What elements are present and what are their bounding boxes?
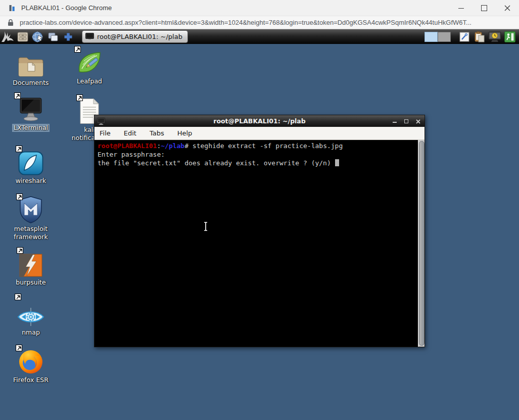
burpsuite-icon [19, 254, 42, 277]
icon-label: Documents [13, 79, 49, 87]
metasploit-icon [19, 196, 43, 223]
kali-menu-button[interactable] [0, 30, 15, 43]
close-button[interactable] [496, 0, 519, 16]
icon-label: Leafpad [77, 77, 102, 85]
minimize-icon [458, 8, 464, 9]
shortcut-badge-icon [16, 345, 22, 351]
maximize-button[interactable] [473, 0, 496, 16]
lxterminal-icon [17, 97, 45, 122]
terminal-icon [97, 118, 105, 125]
terminal-menubar: File Edit Tabs Help [95, 127, 424, 140]
address-bar[interactable]: practice-labs.com/device-advanced.aspx?c… [20, 19, 471, 26]
kali-logo-icon [1, 31, 14, 43]
leafpad-icon [77, 51, 102, 76]
icon-label: nmap [22, 329, 40, 337]
icon-label: metasploit framework [10, 225, 52, 241]
terminal-maximize-button[interactable] [404, 119, 408, 123]
menu-tabs[interactable]: Tabs [150, 129, 164, 137]
show-desktop-button[interactable] [45, 30, 61, 43]
terminal-line-1: root@PLABKALI01:~/plab# steghide extract… [98, 142, 421, 150]
close-icon [416, 119, 420, 124]
terminal-cursor [335, 159, 339, 166]
taskbar-window-button[interactable]: root@PLABKALI01: ~/plab [82, 30, 188, 43]
terminal-content[interactable]: root@PLABKALI01:~/plab# steghide extract… [95, 140, 424, 347]
window-title: PLABKALI01 - Google Chrome [21, 4, 112, 12]
firefox-icon [18, 349, 43, 375]
prompt-user: root@PLABKALI01 [98, 142, 157, 150]
close-icon [504, 5, 510, 11]
folder-icon [18, 55, 44, 77]
workspace-2[interactable] [438, 32, 451, 42]
magnifier-pen-icon [459, 32, 469, 42]
windows-overlap-icon [47, 31, 59, 42]
shortcut-badge-icon [16, 194, 23, 200]
file-cabinet-icon [17, 32, 28, 42]
wireshark-icon [18, 151, 43, 175]
workspace-pager [424, 32, 451, 42]
terminal-minimize-button[interactable] [393, 119, 397, 123]
lock-icon[interactable] [8, 19, 14, 26]
logout-icon [504, 31, 515, 42]
screenshot-tool-button[interactable] [458, 30, 471, 43]
monitor-clock-icon [488, 31, 501, 42]
lxde-taskbar: root@PLABKALI01: ~/plab [0, 29, 519, 44]
file-manager-button[interactable] [15, 30, 30, 43]
terminal-line-2: Enter passphrase: [98, 150, 421, 159]
clipboard-button[interactable] [473, 30, 486, 43]
desktop-icon-firefox[interactable]: Firefox ESR [10, 347, 52, 384]
terminal-close-button[interactable] [416, 116, 420, 126]
command-text: # steghide extract -sf practice-labs.jpg [184, 142, 343, 150]
new-workspace-button[interactable] [61, 30, 76, 43]
desktop-icon-wireshark[interactable]: wireshark [10, 148, 52, 185]
taskbar-window-label: root@PLABKALI01: ~/plab [97, 33, 182, 40]
globe-icon [32, 31, 44, 43]
web-browser-button[interactable] [30, 30, 45, 43]
scrollbar-thumb[interactable] [419, 141, 424, 346]
chrome-window: PLABKALI01 - Google Chrome practice-labs… [0, 0, 519, 420]
session-time-button[interactable] [488, 30, 501, 43]
minimize-button[interactable] [449, 0, 473, 16]
menu-help[interactable]: Help [177, 129, 193, 137]
minimize-icon [393, 122, 397, 123]
mouse-ibeam-cursor [202, 221, 209, 234]
desktop-icon-nmap[interactable]: nmap [10, 300, 52, 337]
logout-button[interactable] [503, 30, 516, 43]
desktop-icon-metasploit[interactable]: metasploit framework [10, 196, 52, 241]
workspace-1[interactable] [424, 32, 438, 42]
desktop-icon-burpsuite[interactable]: burpsuite [10, 250, 52, 287]
site-favicon-icon [8, 4, 16, 12]
shortcut-badge-icon [74, 46, 81, 53]
shortcut-badge-icon [15, 294, 21, 300]
icon-label: LXTerminal [12, 124, 50, 132]
menu-file[interactable]: File [100, 129, 111, 137]
output-text: the file "secret.txt" does already exist… [98, 159, 331, 167]
plus-icon [63, 31, 74, 42]
prompt-path: ~/plab [161, 142, 184, 150]
icon-label: wireshark [16, 177, 46, 185]
terminal-line-3: the file "secret.txt" does already exist… [98, 159, 421, 167]
icon-label: Firefox ESR [13, 376, 49, 384]
nmap-icon [17, 307, 44, 327]
chrome-urlbar: practice-labs.com/device-advanced.aspx?c… [0, 16, 519, 29]
terminal-icon [85, 33, 94, 40]
desktop-icon-documents[interactable]: Documents [10, 50, 52, 87]
shortcut-badge-icon [76, 95, 83, 101]
icon-label: burpsuite [16, 278, 45, 287]
clipboard-icon [475, 31, 485, 42]
terminal-window: root@PLABKALI01: ~/plab File Edit Tabs H… [94, 115, 425, 347]
maximize-icon [404, 119, 408, 123]
shortcut-badge-icon [17, 247, 23, 254]
window-controls [449, 0, 519, 16]
menu-edit[interactable]: Edit [124, 129, 136, 137]
terminal-title: root@PLABKALI01: ~/plab [95, 117, 424, 125]
desktop-icon-leafpad[interactable]: Leafpad [68, 49, 111, 85]
shortcut-badge-icon [16, 146, 22, 152]
terminal-titlebar[interactable]: root@PLABKALI01: ~/plab [95, 115, 424, 127]
shortcut-badge-icon [14, 92, 21, 99]
chrome-titlebar: PLABKALI01 - Google Chrome [0, 0, 519, 16]
terminal-scrollbar[interactable] [418, 140, 424, 347]
maximize-icon [481, 5, 487, 11]
desktop-icon-lxterminal[interactable]: LXTerminal [10, 95, 52, 132]
taskbar-tray [424, 30, 516, 43]
